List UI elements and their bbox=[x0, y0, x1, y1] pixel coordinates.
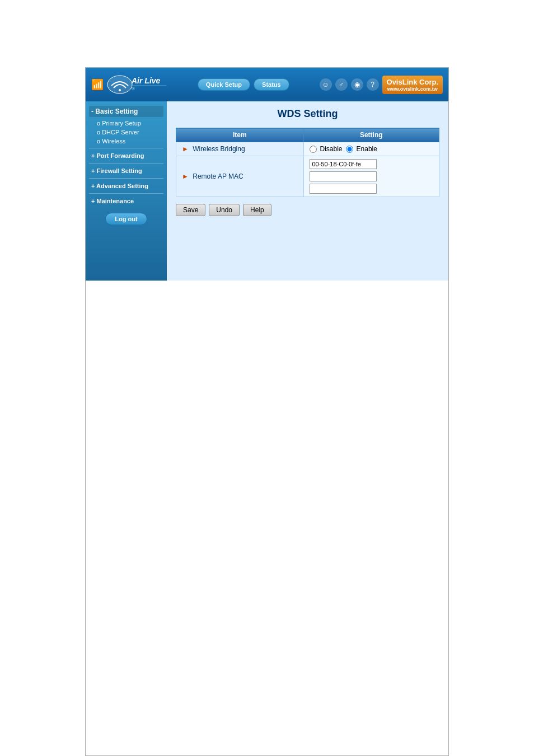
sidebar-divider-2 bbox=[89, 163, 163, 164]
remote-ap-mac-item: ► Remote AP MAC bbox=[176, 156, 304, 197]
mac-input-3[interactable] bbox=[310, 184, 377, 194]
mac-input-2[interactable] bbox=[310, 171, 377, 181]
sidebar-item-wireless[interactable]: o Wireless bbox=[89, 137, 163, 146]
col-item-header: Item bbox=[176, 128, 304, 142]
sidebar-divider-1 bbox=[89, 148, 163, 148]
sidebar-item-primary-setup[interactable]: o Primary Setup bbox=[89, 119, 163, 128]
arrow-icon-2: ► bbox=[182, 172, 189, 180]
wireless-bridging-setting: Disable Enable bbox=[303, 142, 439, 156]
help-button[interactable]: Help bbox=[243, 204, 271, 216]
header-icons: ☺ ♂ ◉ ? OvisLink Corp. www.ovislink.com.… bbox=[320, 76, 443, 94]
nav-buttons: Quick Setup Status bbox=[198, 78, 289, 91]
logo-svg: Air Live ® bbox=[106, 73, 167, 96]
main-layout: - Basic Setting o Primary Setup o DHCP S… bbox=[86, 101, 448, 281]
mac-input-1[interactable] bbox=[310, 159, 377, 169]
globe-icon[interactable]: ♂ bbox=[335, 78, 348, 91]
svg-text:®: ® bbox=[132, 86, 135, 91]
page-title: WDS Setting bbox=[176, 108, 439, 120]
sidebar-basic-setting-title: - Basic Setting bbox=[89, 106, 163, 117]
logout-button[interactable]: Log out bbox=[105, 213, 147, 225]
wds-disable-label: Disable bbox=[320, 145, 343, 153]
brand-name: OvisLink Corp. bbox=[387, 78, 438, 86]
settings-table: Item Setting ► Wireless Bridging bbox=[176, 128, 439, 197]
table-row: ► Remote AP MAC bbox=[176, 156, 439, 197]
network-icon[interactable]: ◉ bbox=[351, 78, 363, 91]
col-setting-header: Setting bbox=[303, 128, 439, 142]
status-button[interactable]: Status bbox=[254, 78, 289, 91]
undo-button[interactable]: Undo bbox=[209, 204, 240, 216]
remote-ap-mac-label: Remote AP MAC bbox=[193, 172, 243, 180]
help-icon[interactable]: ? bbox=[367, 78, 379, 91]
sidebar-port-forwarding[interactable]: + Port Forwarding bbox=[89, 151, 163, 161]
action-buttons: Save Undo Help bbox=[176, 204, 439, 216]
arrow-icon-1: ► bbox=[182, 145, 189, 153]
save-button[interactable]: Save bbox=[176, 204, 205, 216]
sidebar-divider-3 bbox=[89, 178, 163, 179]
brand-box: OvisLink Corp. www.ovislink.com.tw bbox=[382, 76, 443, 94]
sidebar-divider-4 bbox=[89, 193, 163, 194]
logo-area: 📶 Air Live ® bbox=[91, 73, 167, 96]
wds-enable-label: Enable bbox=[357, 145, 377, 153]
wifi-icon: 📶 bbox=[91, 78, 104, 91]
remote-ap-mac-setting bbox=[303, 156, 439, 197]
brand-sub: www.ovislink.com.tw bbox=[387, 86, 438, 92]
sidebar-item-dhcp-server[interactable]: o DHCP Server bbox=[89, 128, 163, 137]
wds-disable-radio[interactable] bbox=[310, 146, 317, 153]
sidebar-firewall-setting[interactable]: + Firewall Setting bbox=[89, 166, 163, 176]
svg-point-1 bbox=[119, 89, 121, 91]
table-row: ► Wireless Bridging Disable Enable bbox=[176, 142, 439, 156]
wireless-bridging-radio-group: Disable Enable bbox=[310, 145, 434, 153]
quick-setup-button[interactable]: Quick Setup bbox=[198, 78, 250, 91]
wireless-bridging-item: ► Wireless Bridging bbox=[176, 142, 304, 156]
person-icon[interactable]: ☺ bbox=[320, 78, 332, 91]
sidebar: - Basic Setting o Primary Setup o DHCP S… bbox=[86, 101, 167, 281]
wds-enable-radio[interactable] bbox=[346, 146, 353, 153]
mac-inputs-container bbox=[310, 159, 434, 194]
content-area: WDS Setting Item Setting ► Wir bbox=[167, 101, 448, 281]
header: 📶 Air Live ® Quick Setup Status bbox=[86, 68, 448, 101]
svg-text:Air Live: Air Live bbox=[131, 76, 161, 85]
sidebar-maintenance[interactable]: + Maintenance bbox=[89, 196, 163, 206]
wireless-bridging-label: Wireless Bridging bbox=[193, 145, 245, 153]
sidebar-advanced-setting[interactable]: + Advanced Setting bbox=[89, 181, 163, 191]
